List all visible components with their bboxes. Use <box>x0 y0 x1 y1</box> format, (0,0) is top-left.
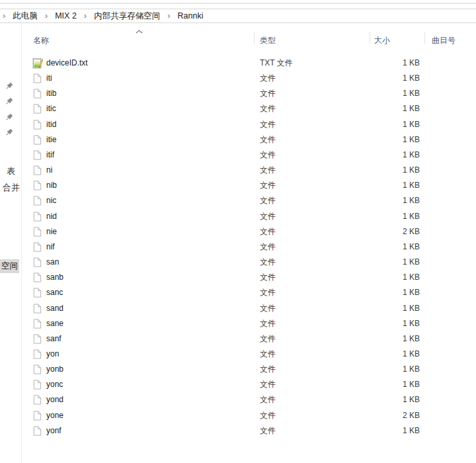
file-name: sanc <box>46 285 63 300</box>
sidebar-item-partial[interactable]: 表 <box>7 165 15 177</box>
toolbar-divider <box>0 3 476 4</box>
file-row[interactable]: yon 文件 1 KB <box>22 347 476 362</box>
file-type: 文件 <box>260 132 276 147</box>
file-name: yonb <box>46 362 63 377</box>
file-size: 1 KB <box>339 117 420 132</box>
file-row[interactable]: san 文件 1 KB <box>22 255 476 270</box>
breadcrumb-chevron-icon[interactable]: › <box>45 9 48 22</box>
file-row[interactable]: nib 文件 1 KB <box>22 178 476 193</box>
breadcrumb-chevron-icon[interactable]: › <box>84 9 87 22</box>
file-name: yonf <box>46 423 61 439</box>
generic-file-icon <box>32 180 43 190</box>
pushpin-icon[interactable] <box>5 82 13 91</box>
file-size: 1 KB <box>339 239 420 255</box>
file-type: 文件 <box>260 209 276 224</box>
file-type: 文件 <box>260 423 276 439</box>
file-name: yonc <box>46 377 63 392</box>
file-size: 1 KB <box>339 163 420 178</box>
breadcrumb-item[interactable]: MIX 2 <box>55 11 77 21</box>
breadcrumb-item[interactable]: 此电脑 <box>13 11 38 22</box>
file-size: 1 KB <box>339 71 420 86</box>
file-size: 1 KB <box>339 101 420 116</box>
sort-ascending-icon[interactable] <box>136 30 143 34</box>
navigation-pane[interactable]: 表 合并 空间 <box>0 24 20 463</box>
file-size: 1 KB <box>339 392 420 407</box>
file-row[interactable]: nid 文件 1 KB <box>22 209 476 224</box>
column-divider[interactable] <box>424 32 425 44</box>
file-row[interactable]: yonc 文件 1 KB <box>22 377 476 392</box>
file-name: nib <box>46 178 57 193</box>
file-row[interactable]: nic 文件 1 KB <box>22 193 476 208</box>
file-name: sanb <box>46 270 63 285</box>
breadcrumb-item[interactable]: 内部共享存储空间 <box>94 11 160 22</box>
address-bar[interactable]: ›此电脑›MIX 2›内部共享存储空间›Rannki <box>0 9 476 23</box>
file-row[interactable]: sane 文件 1 KB <box>22 316 476 331</box>
file-explorer-window: ›此电脑›MIX 2›内部共享存储空间›Rannki <box>0 0 476 463</box>
file-size: 1 KB <box>339 270 420 285</box>
file-row[interactable]: deviceID.txt TXT 文件 1 KB <box>22 56 476 71</box>
file-name: nie <box>46 224 57 239</box>
generic-file-icon <box>32 149 43 160</box>
file-size: 2 KB <box>339 224 420 239</box>
column-divider[interactable] <box>254 32 255 44</box>
generic-file-icon <box>32 103 43 114</box>
column-divider[interactable] <box>370 32 370 44</box>
file-name: ni <box>46 163 52 178</box>
column-header-type[interactable]: 类型 <box>260 35 276 46</box>
column-header-size[interactable]: 大小 <box>374 35 390 46</box>
file-row[interactable]: sanc 文件 1 KB <box>22 285 476 300</box>
file-row[interactable]: yond 文件 1 KB <box>22 392 476 407</box>
file-row[interactable]: itie 文件 1 KB <box>22 132 476 147</box>
generic-file-icon <box>32 410 43 421</box>
generic-file-icon <box>32 364 43 374</box>
file-type: 文件 <box>260 362 276 377</box>
file-row[interactable]: nie 文件 2 KB <box>22 224 476 239</box>
file-row[interactable]: yonb 文件 1 KB <box>22 362 476 377</box>
generic-file-icon <box>32 73 43 83</box>
file-type: 文件 <box>260 301 276 316</box>
file-type: 文件 <box>260 178 276 193</box>
file-size: 1 KB <box>339 362 420 377</box>
file-row[interactable]: itic 文件 1 KB <box>22 101 476 116</box>
breadcrumb-chevron-icon[interactable]: › <box>3 9 5 22</box>
file-row[interactable]: sand 文件 1 KB <box>22 301 476 316</box>
sidebar-item-partial[interactable]: 合并 <box>3 182 20 194</box>
generic-file-icon <box>32 303 43 314</box>
column-header-name[interactable]: 名称 <box>33 35 49 46</box>
file-row[interactable]: itif 文件 1 KB <box>22 147 476 163</box>
file-type: 文件 <box>260 377 276 392</box>
sidebar-item-selected[interactable]: 空间 <box>0 259 19 273</box>
file-row[interactable]: iti 文件 1 KB <box>22 71 476 86</box>
file-name: nid <box>46 209 57 224</box>
file-size: 1 KB <box>339 423 420 439</box>
file-row[interactable]: sanf 文件 1 KB <box>22 331 476 347</box>
generic-file-icon <box>32 226 43 237</box>
pushpin-icon[interactable] <box>5 128 13 137</box>
file-size: 1 KB <box>339 178 420 193</box>
file-type: 文件 <box>260 392 276 407</box>
generic-file-icon <box>32 241 43 252</box>
file-size: 1 KB <box>339 193 420 208</box>
file-size: 1 KB <box>339 301 420 316</box>
breadcrumb-chevron-icon[interactable]: › <box>167 9 170 22</box>
file-size: 1 KB <box>339 255 420 270</box>
breadcrumb-item[interactable]: Rannki <box>178 11 204 21</box>
file-row[interactable]: yone 文件 2 KB <box>22 408 476 423</box>
column-header-track-number[interactable]: 曲目号 <box>432 35 456 46</box>
file-size: 1 KB <box>339 285 420 300</box>
file-size: 1 KB <box>339 377 420 392</box>
column-header-row: 名称 类型 大小 曲目号 <box>22 28 476 48</box>
file-type: 文件 <box>260 270 276 285</box>
file-row[interactable]: yonf 文件 1 KB <box>22 423 476 439</box>
file-row[interactable]: sanb 文件 1 KB <box>22 270 476 285</box>
file-type: 文件 <box>260 331 276 347</box>
file-name: yone <box>46 408 63 423</box>
file-row[interactable]: itib 文件 1 KB <box>22 86 476 101</box>
file-row[interactable]: nif 文件 1 KB <box>22 239 476 255</box>
file-row[interactable]: ni 文件 1 KB <box>22 163 476 178</box>
file-name: iti <box>46 71 52 86</box>
generic-file-icon <box>32 425 43 436</box>
pushpin-icon[interactable] <box>5 97 13 106</box>
file-row[interactable]: itid 文件 1 KB <box>22 117 476 132</box>
pushpin-icon[interactable] <box>5 113 13 122</box>
